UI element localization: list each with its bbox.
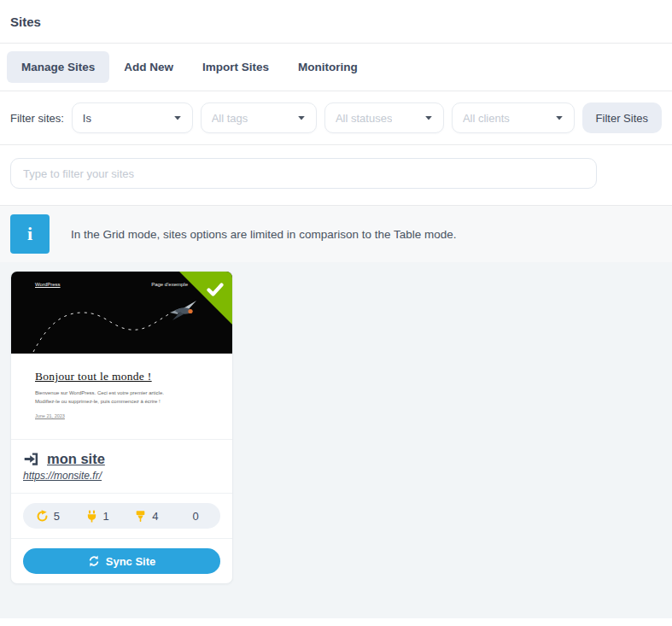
tab-bar: Manage Sites Add New Import Sites Monito… <box>0 44 672 91</box>
filter-tags-dropdown[interactable]: All tags <box>201 102 317 133</box>
site-name-link[interactable]: mon site <box>47 451 105 467</box>
tab-import-sites[interactable]: Import Sites <box>188 51 283 83</box>
chevron-down-icon <box>297 114 306 122</box>
dropdown-value: All tags <box>212 112 248 125</box>
themes-count: 4 <box>122 510 172 523</box>
dropdown-value: Is <box>83 112 91 125</box>
sync-site-button[interactable]: Sync Site <box>23 548 220 574</box>
updates-icon <box>36 510 49 523</box>
updates-value: 5 <box>54 510 60 523</box>
site-card-actions: Sync Site <box>11 538 232 583</box>
search-input[interactable] <box>10 158 597 189</box>
page-header: Sites <box>0 0 672 44</box>
preview-hero: WordPress Page d'exemple <box>11 272 232 354</box>
notice-banner: i In the Grid mode, sites options are li… <box>0 206 672 262</box>
preview-nav-link: Page d'exemple <box>151 282 188 287</box>
dropdown-value: All clients <box>463 112 510 125</box>
notice-text: In the Grid mode, sites options are limi… <box>71 228 457 241</box>
filter-clients-dropdown[interactable]: All clients <box>452 102 575 133</box>
sync-icon <box>88 555 100 567</box>
site-preview-thumbnail: WordPress Page d'exemple Bonjour tout le… <box>11 272 232 439</box>
tab-add-new[interactable]: Add New <box>109 51 188 83</box>
themes-value: 4 <box>152 510 158 523</box>
filter-bar: Filter sites: Is All tags All statuses A… <box>0 91 672 145</box>
chevron-down-icon <box>424 114 433 122</box>
filter-statuses-dropdown[interactable]: All statuses <box>324 102 444 133</box>
preview-content: Bonjour tout le monde ! Bienvenue sur Wo… <box>11 354 232 439</box>
filter-label: Filter sites: <box>10 112 64 125</box>
tab-manage-sites[interactable]: Manage Sites <box>7 51 109 83</box>
info-icon: i <box>10 214 50 254</box>
sites-grid: WordPress Page d'exemple Bonjour tout le… <box>0 262 672 618</box>
page-title: Sites <box>10 15 662 29</box>
issues-value: 0 <box>193 510 199 523</box>
filter-operator-dropdown[interactable]: Is <box>72 102 193 133</box>
preview-site-brand: WordPress <box>35 282 61 287</box>
site-url-link[interactable]: https://monsite.fr/ <box>23 470 102 482</box>
tab-monitoring[interactable]: Monitoring <box>283 51 372 83</box>
sync-site-label: Sync Site <box>106 555 156 568</box>
site-card-stats: 5 1 4 <box>11 493 232 538</box>
filter-sites-button[interactable]: Filter Sites <box>582 102 662 133</box>
chevron-down-icon <box>555 114 564 122</box>
open-site-icon[interactable] <box>23 451 39 467</box>
issues-count: 0 <box>171 510 220 523</box>
stats-pill: 5 1 4 <box>23 503 220 529</box>
check-icon <box>205 279 225 300</box>
site-card: WordPress Page d'exemple Bonjour tout le… <box>10 271 233 584</box>
site-card-info: mon site https://monsite.fr/ <box>11 439 232 493</box>
preview-post-title: Bonjour tout le monde ! <box>35 370 152 383</box>
plugins-count: 1 <box>73 510 122 523</box>
plugins-value: 1 <box>103 510 109 523</box>
updates-count: 5 <box>23 510 73 523</box>
theme-icon <box>134 510 147 523</box>
preview-post-excerpt: Bienvenue sur WordPress. Ceci est votre … <box>35 389 173 406</box>
dropdown-value: All statuses <box>336 112 392 125</box>
plugin-icon <box>85 510 98 523</box>
search-bar <box>0 145 672 206</box>
chevron-down-icon <box>173 114 182 122</box>
preview-post-date: June 21, 2023 <box>35 413 65 418</box>
